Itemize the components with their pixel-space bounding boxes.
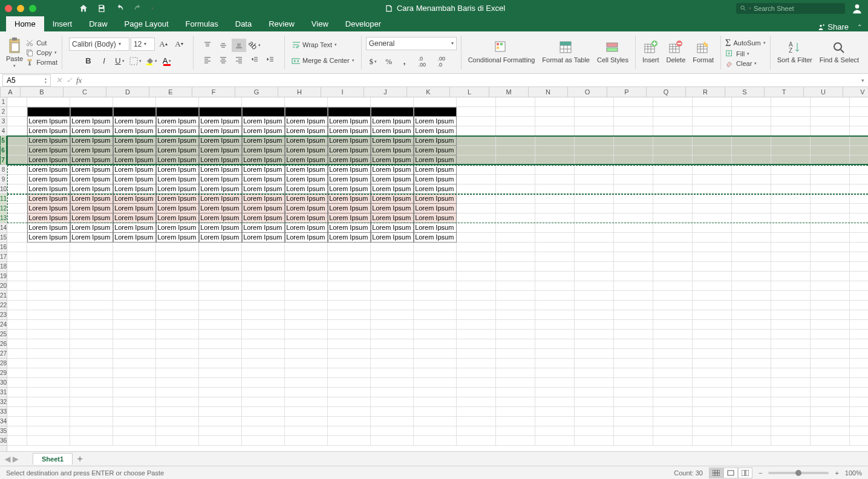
cell[interactable]: Lorem Ipsum [27, 155, 70, 165]
cell[interactable] [27, 349, 70, 359]
cell[interactable] [811, 136, 850, 146]
cell[interactable] [414, 397, 457, 407]
cell[interactable] [70, 310, 113, 320]
cell[interactable] [614, 194, 653, 204]
cell[interactable] [27, 243, 70, 252]
cell[interactable] [771, 436, 811, 446]
cell[interactable] [771, 378, 811, 388]
cell[interactable] [27, 407, 70, 417]
cell[interactable] [811, 436, 850, 446]
column-header[interactable]: S [725, 87, 765, 97]
decrease-font-button[interactable]: A▾ [172, 37, 186, 51]
cell[interactable] [535, 407, 575, 417]
cell[interactable] [7, 107, 27, 117]
cell[interactable]: Lorem Ipsum [242, 165, 285, 175]
cell[interactable] [457, 388, 496, 397]
cell[interactable] [693, 272, 732, 281]
cell[interactable]: Lorem Ipsum [113, 146, 156, 155]
cell[interactable] [113, 281, 156, 291]
cell[interactable]: Lorem Ipsum [199, 155, 242, 165]
delete-cells-button[interactable]: Delete [664, 41, 688, 64]
decrease-indent-button[interactable] [247, 53, 262, 67]
cell[interactable] [242, 330, 285, 339]
cell[interactable] [575, 97, 614, 107]
cell[interactable] [328, 272, 371, 281]
cell[interactable]: Lorem Ipsum [113, 165, 156, 175]
cell[interactable] [199, 426, 242, 436]
cell[interactable] [285, 426, 328, 436]
column-header[interactable]: L [450, 87, 489, 97]
cell[interactable] [535, 165, 575, 175]
clear-button[interactable]: Clear▾ [725, 59, 766, 68]
row-header[interactable]: 4 [0, 126, 7, 136]
cell[interactable] [27, 107, 70, 117]
cell[interactable] [653, 397, 693, 407]
cell[interactable]: Lorem Ipsum [242, 213, 285, 223]
cell[interactable] [653, 349, 693, 359]
cell[interactable] [328, 107, 371, 117]
cell[interactable] [496, 204, 535, 213]
cell[interactable] [653, 272, 693, 281]
cell[interactable] [199, 368, 242, 378]
cell[interactable]: Lorem Ipsum [156, 213, 199, 223]
cell[interactable] [457, 378, 496, 388]
cell[interactable] [575, 359, 614, 368]
cell[interactable] [850, 117, 868, 126]
cell[interactable] [285, 310, 328, 320]
cell[interactable] [496, 97, 535, 107]
cell[interactable] [457, 165, 496, 175]
cell[interactable] [732, 194, 771, 204]
cell[interactable] [113, 320, 156, 330]
cell[interactable] [199, 349, 242, 359]
cell[interactable]: Lorem Ipsum [328, 136, 371, 146]
cell[interactable] [496, 301, 535, 310]
cell[interactable] [156, 301, 199, 310]
cell[interactable] [70, 243, 113, 252]
cell[interactable] [535, 213, 575, 223]
cell[interactable] [614, 301, 653, 310]
column-header[interactable]: C [64, 87, 106, 97]
cell[interactable] [113, 388, 156, 397]
cell[interactable]: Lorem Ipsum [242, 175, 285, 184]
cell[interactable] [285, 262, 328, 272]
cell[interactable]: Lorem Ipsum [156, 204, 199, 213]
add-sheet-button[interactable]: + [74, 453, 86, 465]
cell[interactable] [414, 330, 457, 339]
cell[interactable] [614, 378, 653, 388]
row-header[interactable]: 17 [0, 252, 7, 262]
cell[interactable] [7, 126, 27, 136]
cell[interactable] [693, 107, 732, 117]
cell[interactable] [811, 301, 850, 310]
cell[interactable] [771, 136, 811, 146]
cell[interactable] [7, 213, 27, 223]
cell[interactable] [113, 349, 156, 359]
cell[interactable] [199, 281, 242, 291]
cell[interactable] [27, 378, 70, 388]
cell[interactable] [693, 243, 732, 252]
cell[interactable] [496, 184, 535, 194]
cell[interactable] [328, 426, 371, 436]
cell[interactable] [850, 155, 868, 165]
cell[interactable] [614, 223, 653, 233]
cell[interactable] [496, 165, 535, 175]
cell[interactable] [496, 194, 535, 204]
cell[interactable] [242, 368, 285, 378]
cell[interactable] [7, 417, 27, 426]
cell[interactable] [27, 301, 70, 310]
cell[interactable] [7, 291, 27, 301]
cell[interactable] [535, 339, 575, 349]
cell[interactable] [371, 243, 414, 252]
cell[interactable] [575, 291, 614, 301]
cell[interactable] [535, 349, 575, 359]
cell[interactable]: Lorem Ipsum [371, 204, 414, 213]
cell[interactable]: Lorem Ipsum [371, 126, 414, 136]
cell[interactable] [575, 117, 614, 126]
cell[interactable]: Lorem Ipsum [371, 213, 414, 223]
cell[interactable] [113, 272, 156, 281]
share-button[interactable]: Share ⌃ [817, 22, 868, 31]
cell[interactable] [732, 97, 771, 107]
cell[interactable] [7, 330, 27, 339]
cell[interactable] [7, 155, 27, 165]
cell[interactable] [653, 262, 693, 272]
cell[interactable] [7, 136, 27, 146]
